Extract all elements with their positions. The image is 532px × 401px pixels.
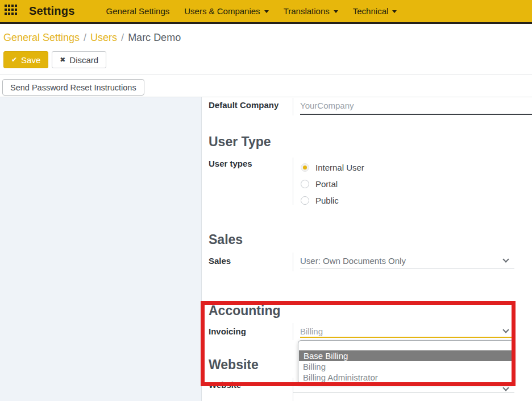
send-password-reset-button[interactable]: Send Password Reset Instructions [2,79,144,96]
menu-users-companies[interactable]: Users & Companies [184,6,268,16]
breadcrumb-separator: / [84,32,86,43]
top-menu: General Settings Users & Companies Trans… [106,6,397,16]
invoicing-select[interactable]: Billing [300,326,323,336]
caret-down-icon [334,10,338,13]
breadcrumb-current: Marc Demo [128,32,181,43]
header-divider [0,74,532,75]
left-panel [0,97,202,401]
invoicing-underline-focused [300,337,514,338]
caret-down-icon [392,10,397,13]
menu-technical[interactable]: Technical [353,6,397,16]
breadcrumb: General Settings/Users/Marc Demo [3,32,181,44]
sales-heading: Sales [209,232,243,247]
breadcrumb-separator: / [121,32,124,43]
app-title: Settings [29,5,75,18]
website-label: Website [209,380,241,390]
radio-portal[interactable]: Portal [301,179,338,189]
discard-button[interactable]: ✖ Discard [52,51,106,68]
sales-label: Sales [209,256,231,266]
radio-selected-icon [301,163,309,172]
website-heading: Website [209,357,259,373]
user-type-heading: User Type [209,134,271,150]
radio-unselected-icon [301,196,309,205]
website-underline [293,392,514,393]
form-action-buttons: ✔ Save ✖ Discard [3,51,106,68]
invoicing-dropdown-list: Base Billing Billing Billing Administrat… [298,340,514,384]
radio-unselected-icon [301,180,309,188]
top-navbar: Settings General Settings Users & Compan… [0,0,532,24]
sales-underline [300,268,514,268]
breadcrumb-users[interactable]: Users [90,32,117,43]
default-company-underline [300,114,532,115]
default-company-label: Default Company [209,100,279,110]
radio-public[interactable]: Public [301,196,339,205]
field-separator [293,323,293,340]
save-button[interactable]: ✔ Save [3,51,48,68]
x-icon: ✖ [60,56,65,64]
caret-down-icon [264,10,269,13]
dropdown-option-billing[interactable]: Billing [298,361,513,372]
field-separator [293,378,293,401]
field-separator [293,98,293,115]
settings-window: Settings General Settings Users & Compan… [0,0,532,401]
field-separator [293,253,293,271]
apps-grid-icon[interactable] [5,5,19,18]
check-icon: ✔ [11,56,17,64]
field-separator [293,158,293,205]
accounting-heading: Accounting [209,303,281,319]
dropdown-option-blank[interactable] [298,341,513,350]
user-types-label: User types [209,159,252,168]
dropdown-option-billing-administrator[interactable]: Billing Administrator [298,372,513,383]
dropdown-option-base-billing[interactable]: Base Billing [299,350,513,361]
menu-translations[interactable]: Translations [284,6,338,16]
menu-general-settings[interactable]: General Settings [106,6,170,16]
sales-select[interactable]: User: Own Documents Only [300,256,406,266]
breadcrumb-general-settings[interactable]: General Settings [3,32,80,43]
default-company-field[interactable]: YourCompany [300,101,354,110]
invoicing-label: Invoicing [209,326,246,336]
radio-internal-user[interactable]: Internal User [301,163,364,172]
